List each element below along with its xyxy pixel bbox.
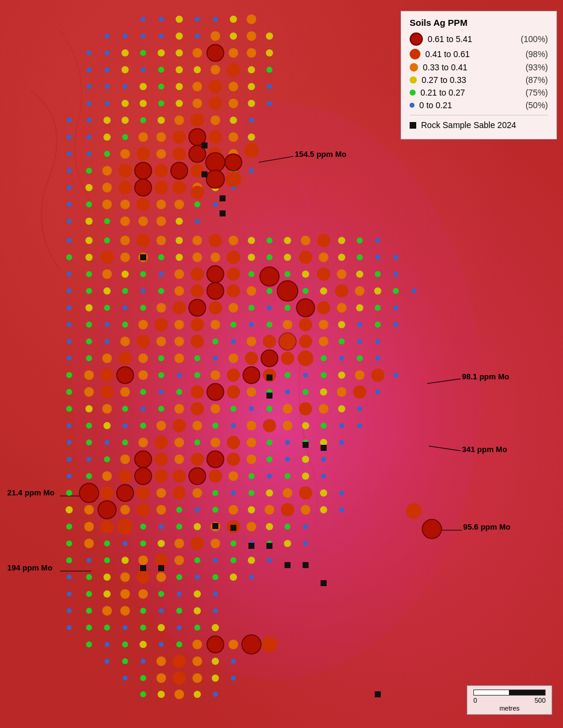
- legend-range-0: 0.61 to 5.41: [428, 34, 516, 44]
- scale-numbers: 0 500: [473, 697, 546, 704]
- scale-unit: metres: [473, 705, 546, 712]
- rock-sample-icon: [410, 122, 416, 129]
- legend-range-3: 0.27 to 0.33: [422, 75, 521, 85]
- legend-item-2: 0.33 to 0.41(93%): [410, 63, 548, 72]
- legend-box: Soils Ag PPM 0.61 to 5.41(100%)0.41 to 0…: [401, 11, 557, 139]
- scale-zero: 0: [473, 697, 477, 704]
- legend-items: 0.61 to 5.41(100%)0.41 to 0.61(98%)0.33 …: [410, 32, 548, 110]
- legend-item-0: 0.61 to 5.41(100%): [410, 32, 548, 46]
- legend-item-5: 0 to 0.21(50%): [410, 100, 548, 110]
- legend-pct-4: (75%): [526, 88, 548, 97]
- scale-bar-graphic: [473, 690, 546, 696]
- svg-point-2: [72, 102, 481, 679]
- legend-circle-0: [410, 32, 423, 46]
- legend-circle-1: [410, 49, 420, 60]
- legend-item-4: 0.21 to 0.27(75%): [410, 88, 548, 97]
- legend-item-1: 0.41 to 0.61(98%): [410, 49, 548, 60]
- legend-pct-1: (98%): [526, 49, 548, 59]
- label-98ppm: 98.1 ppm Mo: [462, 372, 509, 381]
- legend-pct-5: (50%): [526, 100, 548, 110]
- label-194ppm: 194 ppm Mo: [7, 563, 52, 572]
- legend-circle-2: [410, 63, 418, 72]
- legend-range-2: 0.33 to 0.41: [423, 63, 521, 72]
- scale-seg-white: [473, 690, 509, 696]
- legend-title: Soils Ag PPM: [410, 17, 548, 28]
- legend-circle-3: [410, 76, 417, 84]
- legend-range-4: 0.21 to 0.27: [420, 88, 521, 97]
- legend-range-5: 0 to 0.21: [419, 100, 521, 110]
- map-container: 154.5 ppm Mo 98.1 ppm Mo 341 ppm Mo 21.4…: [0, 0, 563, 728]
- legend-pct-3: (87%): [526, 75, 548, 85]
- legend-circle-5: [410, 103, 414, 108]
- legend-item-3: 0.27 to 0.33(87%): [410, 75, 548, 85]
- legend-range-1: 0.41 to 0.61: [425, 49, 521, 59]
- scale-max: 500: [535, 697, 546, 704]
- label-21ppm: 21.4 ppm Mo: [7, 488, 55, 497]
- legend-circle-4: [410, 90, 416, 96]
- label-95ppm: 95.6 ppm Mo: [463, 522, 511, 531]
- rock-sample-label: Rock Sample Sable 2024: [421, 120, 548, 130]
- label-341ppm: 341 ppm Mo: [462, 445, 507, 454]
- label-154ppm: 154.5 ppm Mo: [295, 150, 346, 159]
- scale-bar: 0 500 metres: [467, 685, 552, 715]
- legend-rock-sample: Rock Sample Sable 2024: [410, 120, 548, 130]
- legend-pct-0: (100%): [521, 34, 548, 44]
- scale-seg-black: [509, 690, 546, 696]
- legend-pct-2: (93%): [526, 63, 548, 72]
